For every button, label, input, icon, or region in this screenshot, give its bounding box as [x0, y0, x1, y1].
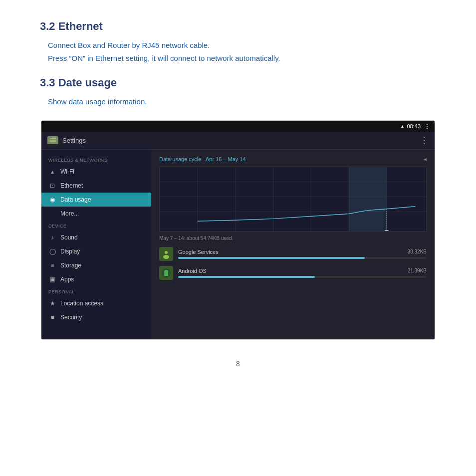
- storage-sidebar-icon: ≡: [48, 262, 56, 269]
- android-os-icon: [159, 266, 173, 280]
- sidebar-item-wifi-label: Wi-Fi: [60, 168, 74, 175]
- top-bar: Settings ⋮: [41, 132, 435, 150]
- wifi-icon: ▴: [401, 123, 404, 129]
- android-os-name: Android OS: [178, 268, 207, 274]
- svg-rect-1: [50, 140, 56, 141]
- main-layout: WIRELESS & NETWORKS ▴ Wi-Fi ⊡ Ethernet ◉…: [41, 150, 435, 339]
- google-services-size: 30.32KB: [408, 249, 427, 255]
- data-arrow-icon: ◂: [424, 156, 427, 163]
- data-usage-cycle: Data usage cycle Apr 16 – May 14: [159, 156, 246, 162]
- page-number: 8: [40, 360, 436, 368]
- android-os-bar-bg: [178, 276, 427, 278]
- google-services-bar-fill: [178, 257, 365, 259]
- google-services-bar-bg: [178, 257, 427, 259]
- section-ethernet-body: Connect Box and Router by RJ45 network c…: [40, 39, 436, 64]
- sound-sidebar-icon: ♪: [48, 234, 56, 241]
- sidebar-item-apps-label: Apps: [60, 276, 74, 283]
- svg-rect-12: [349, 167, 387, 231]
- data-usage-sidebar-icon: ◉: [48, 196, 56, 203]
- display-sidebar-icon: ◯: [48, 248, 56, 255]
- page-content: 3.2 Ethernet Connect Box and Router by R…: [0, 0, 476, 388]
- cycle-label: Data usage cycle: [159, 156, 201, 162]
- sidebar-item-storage[interactable]: ≡ Storage: [41, 258, 151, 272]
- ethernet-line1: Connect Box and Router by RJ45 network c…: [48, 39, 436, 52]
- data-usage-chart: [159, 167, 427, 232]
- ethernet-line2: Press “ON” in Ethernet setting, it will …: [48, 52, 436, 65]
- top-bar-left: Settings: [47, 136, 86, 144]
- data-usage-header: Data usage cycle Apr 16 – May 14 ◂: [159, 156, 427, 163]
- sidebar-item-data-usage[interactable]: ◉ Data usage: [41, 193, 151, 207]
- sidebar-item-display[interactable]: ◯ Display: [41, 244, 151, 258]
- svg-rect-2: [50, 141, 56, 142]
- sidebar-item-more[interactable]: More...: [41, 207, 151, 221]
- sidebar-section-personal: PERSONAL: [41, 286, 151, 296]
- status-bar: ▴ 08:43 ⋮: [41, 121, 435, 132]
- right-panel: Data usage cycle Apr 16 – May 14 ◂: [151, 150, 435, 339]
- cycle-range: Apr 16 – May 14: [206, 156, 246, 162]
- google-services-details: Google Services 30.32KB: [178, 249, 427, 259]
- svg-rect-0: [50, 138, 56, 139]
- google-services-icon: [159, 247, 173, 261]
- sidebar-item-security[interactable]: ■ Security: [41, 310, 151, 324]
- sidebar-item-sound[interactable]: ♪ Sound: [41, 231, 151, 244]
- app-row-google[interactable]: Google Services 30.32KB: [159, 247, 427, 261]
- section-ethernet: 3.2 Ethernet Connect Box and Router by R…: [40, 20, 436, 64]
- status-bar-right: ▴ 08:43 ⋮: [401, 122, 431, 130]
- section-date-usage-body: Show data usage information.: [40, 95, 436, 108]
- top-bar-menu-icon[interactable]: ⋮: [420, 135, 429, 146]
- svg-point-17: [163, 255, 169, 259]
- sidebar-section-device: DEVICE: [41, 221, 151, 231]
- status-time: 08:43: [407, 123, 421, 129]
- sidebar-item-wifi[interactable]: ▴ Wi-Fi: [41, 165, 151, 179]
- sidebar-item-security-label: Security: [60, 314, 82, 321]
- section-ethernet-heading: 3.2 Ethernet: [40, 20, 436, 33]
- sidebar-item-storage-label: Storage: [60, 262, 81, 269]
- svg-point-16: [165, 251, 168, 254]
- data-info: May 7 – 14: about 54.74KB used.: [159, 236, 427, 241]
- sidebar-item-apps[interactable]: ▣ Apps: [41, 272, 151, 286]
- app-row-android[interactable]: Android OS 21.39KB: [159, 266, 427, 280]
- svg-point-19: [164, 270, 168, 274]
- android-screenshot: ▴ 08:43 ⋮ Settings ⋮ WIRELESS & NETWORKS…: [41, 120, 435, 340]
- android-os-details: Android OS 21.39KB: [178, 268, 427, 278]
- location-sidebar-icon: ★: [48, 300, 56, 307]
- google-services-name-row: Google Services 30.32KB: [178, 249, 427, 255]
- sidebar-item-location-label: Location access: [60, 300, 103, 307]
- svg-rect-20: [164, 273, 168, 276]
- settings-title: Settings: [62, 137, 86, 144]
- status-menu-icon[interactable]: ⋮: [424, 122, 431, 130]
- chart-svg: [160, 167, 426, 231]
- sidebar-item-sound-label: Sound: [60, 234, 78, 241]
- section-date-usage: 3.3 Date usage Show data usage informati…: [40, 76, 436, 108]
- sidebar-item-display-label: Display: [60, 248, 80, 255]
- sidebar-item-ethernet[interactable]: ⊡ Ethernet: [41, 179, 151, 193]
- svg-marker-14: [385, 230, 389, 231]
- sidebar-section-wireless: WIRELESS & NETWORKS: [41, 155, 151, 165]
- android-os-size: 21.39KB: [408, 268, 427, 274]
- sidebar-item-location[interactable]: ★ Location access: [41, 296, 151, 310]
- apps-sidebar-icon: ▣: [48, 276, 56, 283]
- sidebar-item-ethernet-label: Ethernet: [60, 182, 83, 189]
- sidebar-item-more-label: More...: [60, 210, 79, 217]
- security-sidebar-icon: ■: [48, 314, 56, 321]
- section-date-usage-heading: 3.3 Date usage: [40, 76, 436, 89]
- sidebar: WIRELESS & NETWORKS ▴ Wi-Fi ⊡ Ethernet ◉…: [41, 150, 151, 339]
- android-os-bar-fill: [178, 276, 315, 278]
- sidebar-item-data-usage-label: Data usage: [60, 196, 91, 203]
- wifi-sidebar-icon: ▴: [48, 168, 56, 175]
- ethernet-sidebar-icon: ⊡: [48, 182, 56, 189]
- android-os-name-row: Android OS 21.39KB: [178, 268, 427, 274]
- date-usage-line1: Show data usage information.: [48, 95, 436, 108]
- settings-app-icon: [47, 136, 58, 144]
- google-services-name: Google Services: [178, 249, 219, 255]
